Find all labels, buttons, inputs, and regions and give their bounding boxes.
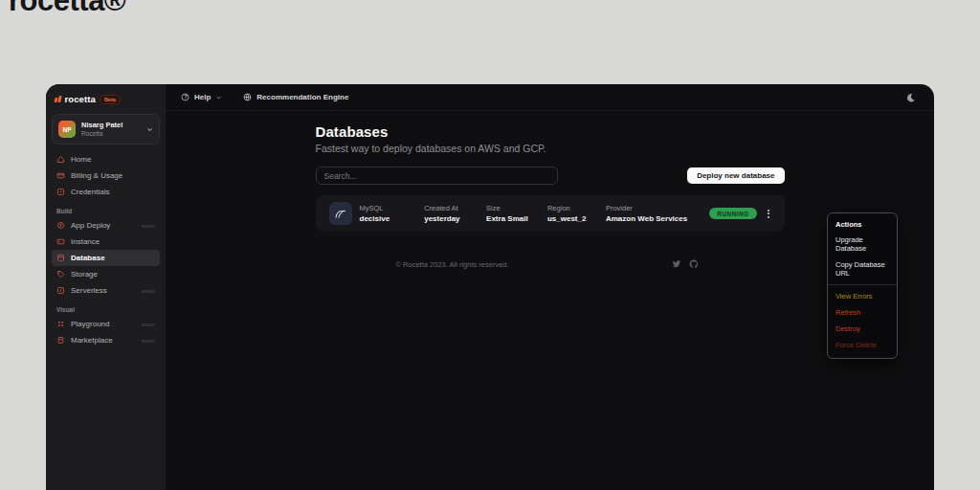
search-input[interactable] [316,167,558,185]
topbar: ? Help Recommendation Engine [166,84,934,111]
sidebar-item-label: Playground [71,320,109,328]
soon-tag: soon [142,223,155,229]
sidebar-item-instance[interactable]: Instance [52,234,160,250]
recommendation-label: Recommendation Engine [256,93,348,101]
sidebar-item-serverless[interactable]: Serverless soon [52,282,160,299]
playground-icon [56,320,65,328]
sidebar-item-credentials[interactable]: Credentials [52,184,160,200]
database-icon [56,254,65,262]
region-cell: Region us_west_2 [547,204,606,223]
beta-badge: Beta [100,95,121,104]
theme-toggle[interactable] [903,90,919,105]
rocetta-logo-icon [55,96,61,102]
globe-icon [243,93,252,101]
copyright-text: © Rocetta 2023. All rights reserved. [396,260,509,269]
soon-tag: soon [142,338,155,344]
brand-watermark: rocetta® [9,0,125,18]
serverless-icon [56,286,65,295]
size-cell: Size Extra Small [486,204,547,223]
controls-row: Deploy new database [316,167,785,185]
user-org: Rocetta [81,130,141,138]
sidebar-item-label: Home [71,155,91,164]
marketplace-icon [56,336,65,345]
menu-divider [828,284,897,285]
sidebar-nav: Home Billing & Usage Credentials Build A… [52,151,160,348]
sidebar-item-label: Database [71,254,105,262]
page-subtitle: Fastest way to deploy databases on AWS a… [316,143,785,154]
billing-icon [56,171,65,180]
created-value: yesterday [424,214,486,223]
menu-item-copy-database-url[interactable]: Copy Database URL [828,256,897,281]
database-row[interactable]: MySQL decisive Created At yesterday Size… [316,195,785,232]
menu-item-destroy[interactable]: Destroy [828,321,897,337]
soon-tag: soon [142,322,155,327]
social-links [672,259,699,269]
home-icon [56,155,65,164]
sidebar-logo: rocetta Beta [52,92,160,106]
sidebar-item-label: Storage [71,270,98,278]
size-label: Size [486,204,547,212]
menu-item-upgrade-database[interactable]: Upgrade Database [828,232,897,256]
twitter-icon[interactable] [672,259,681,269]
sidebar-section-visual: Visual [52,304,160,316]
sidebar-section-build: Build [52,206,160,217]
help-menu[interactable]: ? Help [181,93,222,101]
menu-header: Actions [828,216,897,232]
sidebar: rocetta Beta NP Nisarg Patel Rocetta Hom… [46,84,166,490]
sidebar-item-label: Billing & Usage [71,171,122,180]
footer: © Rocetta 2023. All rights reserved. [316,260,785,272]
app-window: rocetta Beta NP Nisarg Patel Rocetta Hom… [46,84,934,490]
sidebar-item-label: Marketplace [71,336,113,345]
database-name: decisive [360,214,390,223]
region-label: Region [547,204,606,212]
sidebar-item-app-deploy[interactable]: App Deploy soon [52,217,160,234]
sidebar-item-storage[interactable]: Storage [52,266,160,282]
svg-text:?: ? [184,94,187,100]
recommendation-engine-link[interactable]: Recommendation Engine [243,93,348,101]
sidebar-item-label: Credentials [71,188,109,196]
sidebar-item-label: App Deploy [71,221,110,230]
menu-item-view-errors[interactable]: View Errors [828,288,897,304]
created-label: Created At [424,204,486,212]
mysql-icon [329,202,352,225]
sidebar-item-marketplace[interactable]: Marketplace soon [52,332,160,348]
help-label: Help [194,93,211,101]
provider-cell: Provider Amazon Web Services [606,204,709,223]
engine-label: MySQL [360,204,390,212]
sidebar-item-billing[interactable]: Billing & Usage [52,167,160,184]
actions-dropdown-menu: Actions Upgrade Database Copy Database U… [827,212,898,359]
user-menu[interactable]: NP Nisarg Patel Rocetta [52,114,160,145]
avatar: NP [58,121,76,138]
chevron-down-icon [215,95,222,100]
sidebar-item-database[interactable]: Database [52,250,160,266]
help-icon: ? [181,93,189,101]
content: Databases Fastest way to deploy database… [316,111,785,272]
soon-tag: soon [142,288,155,294]
region-value: us_west_2 [547,214,606,223]
provider-value: Amazon Web Services [606,214,709,223]
created-cell: Created At yesterday [424,204,486,223]
moon-icon [906,93,916,102]
sidebar-item-home[interactable]: Home [52,151,160,167]
deploy-new-database-button[interactable]: Deploy new database [687,167,784,184]
sidebar-item-label: Serverless [71,286,107,295]
credentials-icon [56,188,65,196]
app-deploy-icon [56,221,65,230]
storage-icon [56,270,65,278]
chevron-down-icon [146,126,153,133]
sidebar-item-playground[interactable]: Playground soon [52,316,160,332]
row-actions-kebab-icon[interactable] [766,208,771,220]
sidebar-item-label: Instance [71,237,100,246]
status-badge: RUNNING [709,208,756,219]
engine-cell: MySQL decisive [329,202,425,225]
provider-label: Provider [606,204,709,212]
user-meta: Nisarg Patel Rocetta [81,121,141,138]
user-name: Nisarg Patel [81,121,141,129]
instance-icon [56,237,65,246]
page-title: Databases [316,123,785,140]
menu-item-force-delete[interactable]: Force Delete [828,337,897,353]
main-area: ? Help Recommendation Engine Databases F… [166,84,934,490]
github-icon[interactable] [689,259,699,269]
size-value: Extra Small [486,214,547,223]
menu-item-refresh[interactable]: Refresh [828,304,897,321]
